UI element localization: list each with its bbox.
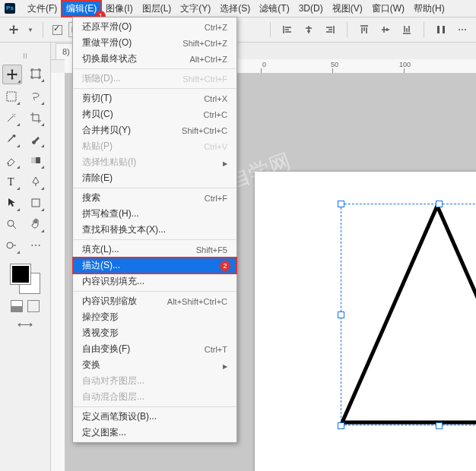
type-tool[interactable]: T bbox=[2, 172, 21, 191]
brush-tool[interactable] bbox=[27, 130, 45, 148]
menu-item[interactable]: 透视变形 bbox=[73, 325, 236, 341]
menu-item[interactable]: 操控变形 bbox=[73, 309, 236, 325]
screen-mode-toggle[interactable] bbox=[27, 300, 40, 312]
pen-tool[interactable] bbox=[27, 172, 45, 191]
menu-item-label: 定义画笔预设(B)... bbox=[82, 410, 227, 423]
menu-item[interactable]: 查找和替换文本(X)... bbox=[73, 222, 236, 238]
menu-view[interactable]: 视图(V) bbox=[328, 1, 367, 17]
more-options-icon[interactable]: ⋯ bbox=[455, 22, 470, 37]
menu-item: 渐隐(D)...Shift+Ctrl+F bbox=[73, 71, 236, 87]
artboard-tool[interactable] bbox=[27, 65, 45, 83]
expand-tools-icon[interactable]: ⟷ bbox=[0, 318, 50, 330]
menu-3d[interactable]: 3D(D) bbox=[294, 2, 328, 15]
magic-wand-tool[interactable] bbox=[2, 109, 21, 127]
lasso-tool[interactable] bbox=[27, 87, 45, 106]
menu-item-shortcut: Ctrl+Z bbox=[205, 23, 227, 32]
menu-item[interactable]: 拷贝(C)Ctrl+C bbox=[73, 106, 236, 122]
align-middle-v-icon[interactable] bbox=[378, 22, 393, 37]
transform-bbox[interactable] bbox=[341, 204, 476, 425]
color-swatches[interactable] bbox=[10, 264, 40, 294]
tools-panel: ⁞⁞ T ⋯ ⟷ bbox=[0, 43, 51, 471]
handle-tm[interactable] bbox=[436, 201, 443, 207]
options-bar: ▼ ⋯ bbox=[0, 17, 476, 43]
menu-item[interactable]: 还原平滑(O)Ctrl+Z bbox=[73, 19, 236, 35]
menu-item-label: 内容识别填充... bbox=[82, 275, 227, 288]
menu-file[interactable]: 文件(F) bbox=[23, 1, 62, 17]
foreground-color[interactable] bbox=[10, 264, 31, 285]
zoom-tool[interactable] bbox=[2, 215, 21, 233]
menu-layer[interactable]: 图层(L) bbox=[138, 1, 176, 17]
handle-bm[interactable] bbox=[436, 422, 443, 429]
menu-edit[interactable]: 编辑(E) 1 bbox=[62, 1, 101, 17]
menu-item[interactable]: 拼写检查(H)... bbox=[73, 206, 236, 222]
menu-item[interactable]: 描边(S)...2 bbox=[73, 258, 236, 273]
menu-type[interactable]: 文字(Y) bbox=[176, 1, 215, 17]
align-top-icon[interactable] bbox=[357, 22, 372, 37]
svg-rect-6 bbox=[31, 157, 36, 163]
menu-item-label: 渐隐(D)... bbox=[82, 72, 182, 85]
canvas[interactable] bbox=[255, 172, 476, 471]
distribute-icon[interactable] bbox=[433, 22, 449, 37]
menu-item-label: 填充(L)... bbox=[82, 243, 196, 256]
dodge-tool[interactable] bbox=[2, 236, 21, 254]
menu-item[interactable]: 内容识别缩放Alt+Shift+Ctrl+C bbox=[73, 293, 236, 309]
menu-image[interactable]: 图像(I) bbox=[101, 1, 137, 17]
move-tool-icon[interactable] bbox=[6, 22, 21, 37]
chevron-down-icon[interactable]: ▼ bbox=[27, 27, 33, 33]
menu-item-label: 粘贴(P) bbox=[82, 140, 204, 153]
menu-item-label: 搜索 bbox=[82, 191, 205, 204]
align-left-icon[interactable] bbox=[280, 22, 295, 37]
ruler-tick: 50 bbox=[331, 61, 338, 68]
svg-rect-2 bbox=[443, 26, 445, 33]
marquee-tool[interactable] bbox=[2, 87, 21, 106]
eraser-tool[interactable] bbox=[2, 151, 21, 169]
menu-item-label: 清除(E) bbox=[82, 172, 227, 185]
align-bottom-icon[interactable] bbox=[399, 22, 414, 37]
handle-tl[interactable] bbox=[338, 201, 344, 207]
menu-item[interactable]: 自由变换(F)Ctrl+T bbox=[73, 341, 236, 357]
handle-bl[interactable] bbox=[338, 422, 344, 429]
menu-item[interactable]: 剪切(T)Ctrl+X bbox=[73, 90, 236, 106]
menu-item[interactable]: 定义画笔预设(B)... bbox=[73, 409, 236, 425]
menu-item-label: 选择性粘贴(I) bbox=[82, 156, 218, 169]
panel-grip[interactable]: ⁞⁞ bbox=[0, 52, 50, 60]
menu-item-label: 剪切(T) bbox=[82, 92, 204, 105]
menu-item[interactable]: 合并拷贝(Y)Shift+Ctrl+C bbox=[73, 122, 236, 138]
gradient-tool[interactable] bbox=[27, 151, 45, 169]
hand-tool[interactable] bbox=[27, 215, 45, 233]
menu-select[interactable]: 选择(S) bbox=[215, 1, 255, 17]
auto-select-checkbox[interactable] bbox=[52, 25, 62, 35]
menu-item[interactable]: 清除(E) bbox=[73, 170, 236, 186]
menu-item-label: 拷贝(C) bbox=[82, 108, 204, 121]
handle-ml[interactable] bbox=[338, 311, 344, 318]
ruler-vertical[interactable] bbox=[51, 73, 65, 471]
move-tool[interactable] bbox=[2, 65, 22, 84]
menu-item[interactable]: 重做平滑(O)Shift+Ctrl+Z bbox=[73, 35, 236, 51]
crop-tool[interactable] bbox=[27, 109, 45, 127]
menu-item[interactable]: 切换最终状态Alt+Ctrl+Z bbox=[73, 51, 236, 67]
menu-item[interactable]: 定义图案... bbox=[73, 425, 236, 441]
menu-item[interactable]: 变换 bbox=[73, 357, 236, 373]
menu-item-shortcut: Shift+Ctrl+C bbox=[182, 126, 227, 135]
svg-rect-4 bbox=[7, 92, 16, 101]
eyedropper-tool[interactable] bbox=[2, 130, 21, 148]
quick-mask-toggle[interactable] bbox=[11, 300, 23, 312]
menu-item[interactable]: 内容识别填充... bbox=[73, 273, 236, 289]
menu-item-shortcut: Shift+F5 bbox=[196, 245, 227, 254]
align-right-icon[interactable] bbox=[322, 22, 338, 37]
annotation-badge-2: 2 bbox=[220, 261, 230, 271]
menu-help[interactable]: 帮助(H) bbox=[409, 1, 449, 17]
menu-item-label: 拼写检查(H)... bbox=[82, 207, 227, 220]
menu-item[interactable]: 填充(L)...Shift+F5 bbox=[73, 242, 236, 258]
menu-item: 自动混合图层... bbox=[73, 389, 236, 405]
shape-tool[interactable] bbox=[27, 194, 45, 212]
menu-filter[interactable]: 滤镜(T) bbox=[255, 1, 294, 17]
path-select-tool[interactable] bbox=[2, 194, 21, 212]
menu-item-label: 变换 bbox=[82, 359, 218, 371]
align-center-h-icon[interactable] bbox=[301, 22, 316, 37]
edit-toolbar[interactable]: ⋯ bbox=[27, 236, 45, 254]
menu-window[interactable]: 窗口(W) bbox=[367, 1, 409, 17]
menu-item-label: 自动对齐图层... bbox=[82, 375, 227, 387]
menu-item[interactable]: 搜索Ctrl+F bbox=[73, 190, 236, 206]
menu-item-label: 还原平滑(O) bbox=[82, 21, 205, 33]
